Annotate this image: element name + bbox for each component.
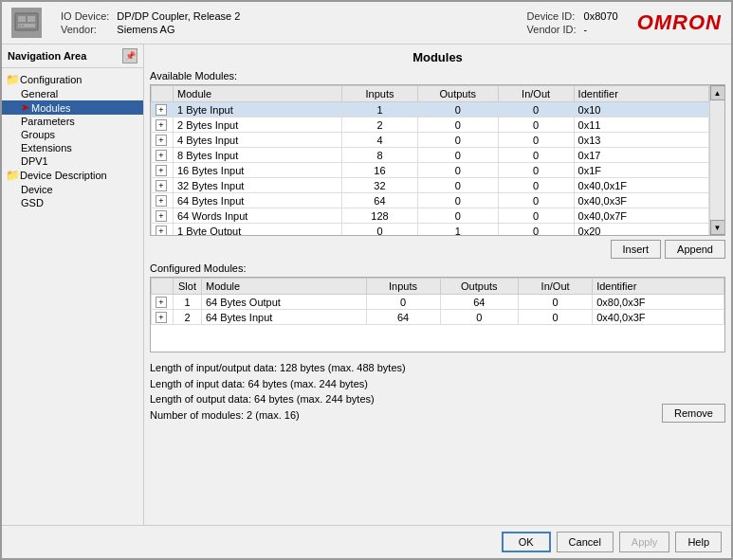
sidebar-item-label: GSD xyxy=(21,197,44,208)
vendor-id-label: Vendor ID: xyxy=(527,24,577,35)
nav-header: Navigation Area 📌 xyxy=(2,45,143,68)
append-button[interactable]: Append xyxy=(665,240,725,259)
expand-btn[interactable]: + xyxy=(156,195,167,207)
sidebar-item-general[interactable]: General xyxy=(2,87,143,100)
outputs-cell: 0 xyxy=(417,208,498,224)
sidebar-item-gsd[interactable]: GSD xyxy=(2,196,143,209)
sidebar-item-parameters[interactable]: Parameters xyxy=(2,115,143,128)
outputs-cell: 0 xyxy=(417,178,498,193)
sidebar-item-label: Modules xyxy=(31,102,71,114)
outputs-cell: 0 xyxy=(417,148,498,163)
col-header-module: Module xyxy=(202,279,367,295)
cancel-button[interactable]: Cancel xyxy=(557,532,614,552)
insert-button[interactable]: Insert xyxy=(611,240,662,259)
output-length-label: Length of output data: xyxy=(150,393,251,405)
table-row[interactable]: + 2 Bytes Input 2 0 0 0x11 xyxy=(152,117,709,133)
sidebar-item-label: Parameters xyxy=(21,116,75,127)
configured-modules-table: Slot Module Inputs Outputs In/Out Identi… xyxy=(151,278,724,325)
ok-button[interactable]: OK xyxy=(502,532,551,552)
scroll-down-btn[interactable]: ▼ xyxy=(710,220,725,235)
expand-btn[interactable]: + xyxy=(156,150,167,161)
table-row[interactable]: + 2 64 Bytes Input 64 0 0 0x40,0x3F xyxy=(152,310,724,325)
module-cell: 64 Words Input xyxy=(174,208,342,224)
available-modules-table-wrapper: Module Inputs Outputs In/Out Identifier … xyxy=(150,84,725,236)
inout-cell: 0 xyxy=(498,133,574,148)
table-row[interactable]: + 1 Byte Input 1 0 0 0x10 xyxy=(152,102,709,117)
col-header-module: Module xyxy=(174,86,342,102)
inout-cell: 0 xyxy=(498,178,574,193)
expand-btn[interactable]: + xyxy=(156,226,167,235)
expand-btn[interactable]: + xyxy=(156,180,167,191)
inputs-cell: 64 xyxy=(341,193,417,208)
output-length-value: 64 bytes (max. 244 bytes) xyxy=(254,393,375,405)
expand-btn[interactable]: + xyxy=(156,210,167,222)
table-row[interactable]: + 8 Bytes Input 8 0 0 0x17 xyxy=(152,148,709,163)
content-panel: Modules Available Modules: Module Inputs… xyxy=(144,45,731,525)
identifier-cell: 0x13 xyxy=(574,133,708,148)
col-header-inputs: Inputs xyxy=(366,279,440,295)
slot-cell: 1 xyxy=(174,295,202,310)
table-row[interactable]: + 32 Bytes Input 32 0 0 0x40,0x1F xyxy=(152,178,709,193)
nav-pin-button[interactable]: 📌 xyxy=(122,48,137,63)
inout-cell: 0 xyxy=(519,295,593,310)
expand-btn[interactable]: + xyxy=(156,135,167,146)
available-scrollbar[interactable]: ▲ ▼ xyxy=(709,85,724,235)
vendor-label: Vendor: xyxy=(61,24,109,35)
table-row[interactable]: + 1 Byte Output 0 1 0 0x20 xyxy=(152,224,709,236)
bottom-area: Length of input/output data: 128 bytes (… xyxy=(150,360,725,423)
input-length-value: 64 bytes (max. 244 bytes) xyxy=(247,378,368,389)
table-row[interactable]: + 1 64 Bytes Output 0 64 0 0x80,0x3F xyxy=(152,295,724,310)
sidebar-item-groups[interactable]: Groups xyxy=(2,128,143,141)
inout-cell: 0 xyxy=(519,310,593,325)
help-button[interactable]: Help xyxy=(675,532,722,552)
table-row[interactable]: + 64 Bytes Input 64 0 0 0x40,0x3F xyxy=(152,193,709,208)
expand-btn[interactable]: + xyxy=(156,104,167,116)
sidebar-item-device[interactable]: Device xyxy=(2,183,143,196)
sidebar-item-label: General xyxy=(21,88,58,99)
inputs-cell: 8 xyxy=(341,148,417,163)
scroll-up-btn[interactable]: ▲ xyxy=(710,85,725,100)
outputs-cell: 0 xyxy=(417,163,498,178)
bottom-buttons-bar: OK Cancel Apply Help xyxy=(2,525,731,558)
outputs-cell: 0 xyxy=(417,133,498,148)
expand-btn[interactable]: + xyxy=(156,165,167,176)
apply-button[interactable]: Apply xyxy=(619,532,670,552)
sidebar-item-extensions[interactable]: Extensions xyxy=(2,141,143,154)
info-text: Length of input/output data: 128 bytes (… xyxy=(150,360,658,423)
module-cell: 4 Bytes Input xyxy=(174,133,342,148)
sidebar-item-label: Device xyxy=(21,184,53,195)
main-layout: Navigation Area 📌 📁 Configuration Genera… xyxy=(2,45,731,525)
table-row[interactable]: + 4 Bytes Input 4 0 0 0x13 xyxy=(152,133,709,148)
module-cell: 1 Byte Output xyxy=(174,224,342,236)
col-header-slot: Slot xyxy=(174,279,202,295)
sidebar-item-dpv1[interactable]: DPV1 xyxy=(2,154,143,168)
expand-btn[interactable]: + xyxy=(156,119,167,131)
outputs-cell: 0 xyxy=(417,193,498,208)
scroll-track xyxy=(710,100,724,220)
identifier-cell: 0x17 xyxy=(574,148,708,163)
sidebar-item-device-description[interactable]: 📁 Device Description xyxy=(2,168,143,183)
device-id-label: Device ID: xyxy=(527,10,577,22)
expand-btn[interactable]: + xyxy=(156,312,167,323)
table-row[interactable]: + 16 Bytes Input 16 0 0 0x1F xyxy=(152,163,709,178)
module-count-line: Number of modules: 2 (max. 16) xyxy=(150,407,658,424)
inout-cell: 0 xyxy=(498,224,574,236)
output-length-line: Length of output data: 64 bytes (max. 24… xyxy=(150,391,658,407)
remove-button[interactable]: Remove xyxy=(662,404,725,423)
sidebar-item-configuration[interactable]: 📁 Configuration xyxy=(2,72,143,87)
expand-btn[interactable]: + xyxy=(156,297,167,308)
arrow-icon: ➤ xyxy=(21,101,29,114)
table-row[interactable]: + 64 Words Input 128 0 0 0x40,0x7F xyxy=(152,208,709,224)
identifier-cell: 0x1F xyxy=(574,163,708,178)
col-header-identifier: Identifier xyxy=(593,279,724,295)
sidebar-item-modules[interactable]: ➤ Modules xyxy=(2,100,143,115)
identifier-cell: 0x10 xyxy=(574,102,708,117)
folder-icon: 📁 xyxy=(6,73,20,86)
svg-rect-2 xyxy=(27,16,35,22)
vendor-value: Siemens AG xyxy=(117,24,240,35)
folder-icon: 📁 xyxy=(6,169,20,182)
input-length-line: Length of input data: 64 bytes (max. 244… xyxy=(150,376,658,392)
configured-modules-scroll[interactable]: Slot Module Inputs Outputs In/Out Identi… xyxy=(151,278,724,352)
available-modules-scroll[interactable]: Module Inputs Outputs In/Out Identifier … xyxy=(151,85,709,235)
configured-modules-table-wrapper: Slot Module Inputs Outputs In/Out Identi… xyxy=(150,277,725,352)
